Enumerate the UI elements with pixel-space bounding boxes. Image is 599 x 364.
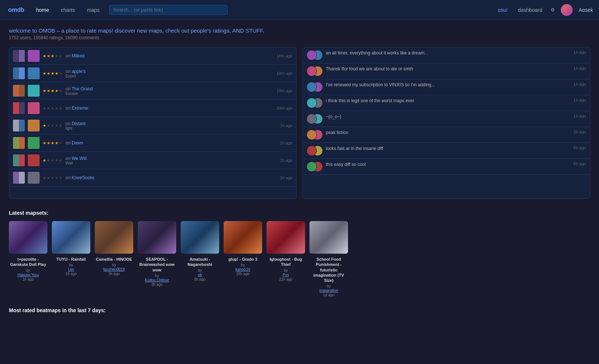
- rating-row[interactable]: ★★★★★on KneeSocks1h ago: [9, 169, 296, 187]
- comment-row[interactable]: i think this is legit one of the worst m…: [303, 95, 590, 111]
- mapset-thumbnail: [224, 221, 262, 254]
- mapset-by-label: by: [241, 263, 245, 267]
- star-filled: ★: [55, 141, 58, 146]
- thumb-inner: [13, 67, 19, 79]
- rating-on-label: on We WillWait: [66, 156, 87, 165]
- comment-row[interactable]: Thansk ffor food we are about to ate or …: [303, 63, 590, 79]
- star-filled: ★: [51, 141, 54, 146]
- star-filled: ★: [55, 89, 58, 93]
- comment-row[interactable]: an all timer, everything about it works …: [303, 47, 590, 63]
- mapset-card[interactable]: SEAPOOL - Brainwashed wow wowbyKudou Chi…: [138, 221, 176, 297]
- star-filled: ★: [51, 54, 54, 59]
- star-filled: ★: [43, 141, 46, 146]
- mapset-creator-link[interactable]: kanocchi: [235, 267, 250, 271]
- nav-maps[interactable]: maps: [85, 6, 102, 14]
- mapset-creator-link[interactable]: Kudou Chitose: [145, 278, 169, 282]
- rating-map-link[interactable]: Milked: [72, 53, 85, 59]
- nav-home[interactable]: home: [34, 6, 51, 14]
- rating-time: 1h ago: [280, 123, 292, 128]
- comment-row[interactable]: ~(o_o~)1h ago: [303, 111, 590, 127]
- mapset-card[interactable]: glup! - Grado 3bykanocchi18h ago: [224, 221, 262, 297]
- rating-map-link[interactable]: The Grand: [71, 86, 93, 91]
- mapset-card[interactable]: t+pazolite - Garakuta Doll PlaybyHakurei…: [9, 221, 47, 297]
- mapset-card[interactable]: School Food Punishment - futuristic imag…: [309, 221, 348, 297]
- mapset-name: Iglooghost - Bug Thief: [267, 257, 305, 267]
- mapset-thumbnail: [181, 221, 219, 254]
- thumb-inner: [13, 137, 19, 149]
- search-input[interactable]: [109, 5, 228, 15]
- nav-dashboard[interactable]: dashboard: [516, 6, 545, 14]
- mapset-thumb-bg: [224, 221, 262, 254]
- mapset-creator-link[interactable]: fanzhen0019: [103, 267, 125, 271]
- star-filled: ★: [43, 54, 46, 59]
- star-filled: ★: [51, 89, 54, 93]
- comment-row[interactable]: this easy diff so cool6h ago: [303, 159, 590, 175]
- star-empty: ★: [59, 123, 63, 128]
- rating-on-label: on Milked: [66, 53, 84, 59]
- rating-map-link[interactable]: We Will: [72, 156, 87, 161]
- user-avatar-small: [28, 67, 40, 79]
- mapset-creator-link[interactable]: Hakurei Yoru: [17, 273, 39, 277]
- mapset-name: t+pazolite - Garakuta Doll Play: [9, 257, 47, 267]
- star-empty: ★: [51, 158, 54, 163]
- rating-row[interactable]: ★★★★★on We WillWait1h ago: [9, 152, 296, 169]
- rating-time: 18m ago: [277, 71, 292, 76]
- rating-time: 18m ago: [277, 54, 292, 58]
- mapset-card[interactable]: TUYU - RainfallbyLen1h ago: [52, 221, 90, 297]
- rating-time: 29m ago: [277, 106, 292, 110]
- comment-text: looks fast ar in the insane diff: [326, 146, 570, 152]
- mapset-creator-link[interactable]: Pyo: [282, 273, 289, 277]
- nav-settings-icon[interactable]: ⚙: [551, 7, 555, 13]
- star-rating: ★★★★★: [43, 54, 63, 59]
- rating-diff-label: Escape: [66, 91, 93, 96]
- star-empty: ★: [59, 158, 63, 163]
- rating-thumb: [13, 172, 25, 184]
- mapset-card[interactable]: Camellia - HINODEbyfanzhen00193h ago: [95, 221, 133, 297]
- comment-time: 1h ago: [573, 66, 586, 70]
- rating-map-link[interactable]: Dawn: [72, 140, 83, 146]
- comment-row[interactable]: peak fiction2h ago: [303, 127, 590, 143]
- rating-map-link[interactable]: KneeSocks: [72, 175, 94, 180]
- mapset-by-label: by: [69, 263, 73, 267]
- rating-map-link[interactable]: Distant: [72, 121, 86, 126]
- rating-on-label: on apple'sExpert: [66, 69, 86, 78]
- star-empty: ★: [51, 176, 54, 180]
- rating-map-link[interactable]: Extreme: [72, 106, 88, 111]
- map-avatar: [307, 66, 317, 76]
- mapset-creator-link[interactable]: pti: [198, 273, 202, 277]
- nav-osu[interactable]: osu!: [495, 6, 509, 14]
- rating-row[interactable]: ★★★★★on apple'sExpert18m ago: [9, 65, 296, 82]
- thumb-inner: [13, 102, 19, 114]
- avatar-pair: [307, 161, 323, 172]
- star-filled: ★: [43, 123, 46, 128]
- mapset-name: TUYU - Rainfall: [56, 257, 86, 262]
- comment-row[interactable]: looks fast ar in the insane diff6h ago: [303, 143, 590, 159]
- rating-row[interactable]: ★★★★★on Extreme29m ago: [9, 100, 296, 117]
- rating-row[interactable]: ★★★★★on Distantlight1h ago: [9, 117, 296, 134]
- rating-on-label: on Distantlight: [66, 121, 86, 130]
- mapset-by-label: by: [155, 274, 159, 278]
- nav-charts[interactable]: charts: [59, 6, 77, 14]
- avatar[interactable]: [561, 4, 573, 16]
- comment-text: this easy diff so cool: [326, 161, 570, 168]
- mapset-card[interactable]: Amatsuki - Nagareboshibypti8h ago: [181, 221, 219, 297]
- mapset-creator-link[interactable]: Len: [68, 267, 74, 271]
- mapset-thumb-bg: [138, 221, 176, 254]
- rating-row[interactable]: ★★★★★on The GrandEscape19m ago: [9, 82, 296, 100]
- comment-row[interactable]: I've renewed my subscription to VINXIS s…: [303, 79, 590, 95]
- mapset-creator-link[interactable]: imaginative: [319, 288, 338, 293]
- mapset-card[interactable]: Iglooghost - Bug ThiefbyPyo21h ago: [267, 221, 305, 297]
- rating-row[interactable]: ★★★★★on Milked18m ago: [9, 47, 296, 65]
- comment-text: an all timer, everything about it works …: [326, 50, 570, 56]
- rating-map-link[interactable]: apple's: [72, 69, 86, 74]
- rating-row[interactable]: ★★★★★on Dawn1h ago: [9, 134, 296, 152]
- user-avatar-small: [28, 120, 40, 131]
- comment-time: 1h ago: [573, 82, 586, 86]
- star-rating: ★★★★★: [43, 158, 63, 163]
- nav-username[interactable]: Aosek: [579, 7, 593, 13]
- mapsets-grid: t+pazolite - Garakuta Doll PlaybyHakurei…: [9, 221, 590, 297]
- rating-time: 19m ago: [277, 89, 292, 93]
- nav-logo[interactable]: omdb: [6, 5, 27, 15]
- rating-on-label: on KneeSocks: [66, 175, 94, 180]
- mapset-by-label: by: [327, 284, 331, 288]
